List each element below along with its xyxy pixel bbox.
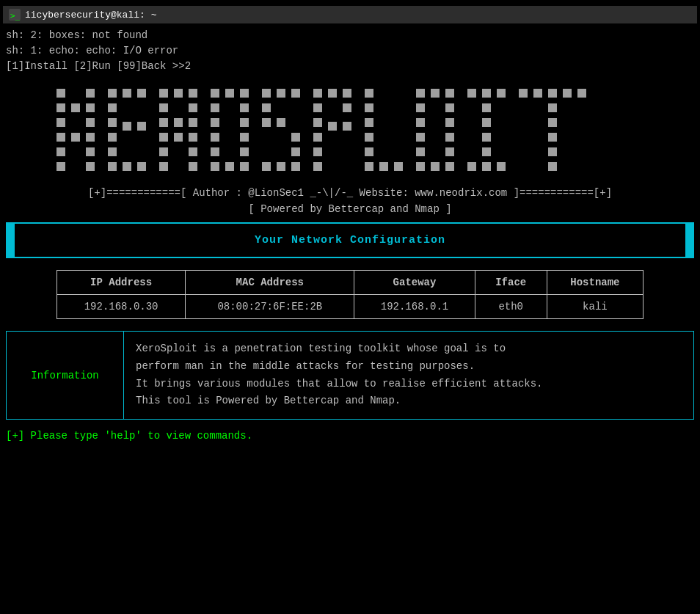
error-section: sh: 2: boxes: not found sh: 1: echo: ech…	[3, 26, 697, 76]
info-line-1: XeroSploit is a penetration testing tool…	[136, 340, 682, 358]
logo-container	[3, 81, 697, 180]
title-label: iicybersecurity@kali: ~	[25, 10, 156, 21]
svg-rect-45	[211, 118, 219, 127]
cell-ip: 192.168.0.30	[57, 295, 186, 319]
svg-rect-111	[519, 89, 528, 98]
svg-rect-114	[563, 89, 572, 98]
svg-rect-55	[225, 162, 234, 171]
svg-rect-112	[533, 89, 542, 98]
svg-rect-10	[86, 89, 95, 98]
svg-rect-49	[225, 89, 234, 98]
svg-rect-9	[71, 133, 80, 142]
svg-rect-34	[174, 89, 183, 98]
svg-rect-117	[548, 118, 557, 127]
svg-rect-86	[394, 162, 403, 171]
svg-rect-12	[86, 133, 95, 142]
svg-rect-97	[445, 147, 454, 156]
svg-rect-3	[56, 103, 65, 112]
svg-rect-48	[211, 162, 219, 171]
svg-rect-103	[497, 89, 506, 98]
svg-rect-92	[416, 118, 425, 127]
svg-rect-105	[482, 118, 491, 127]
network-table-container: IP Address MAC Address Gateway Iface Hos…	[6, 270, 694, 319]
svg-rect-56	[240, 162, 249, 171]
svg-rect-27	[137, 162, 146, 171]
svg-rect-75	[343, 89, 351, 98]
svg-rect-113	[548, 89, 557, 98]
svg-rect-36	[189, 103, 197, 112]
cell-hostname: kali	[547, 295, 643, 319]
cell-iface: eth0	[475, 295, 547, 319]
svg-rect-43	[211, 89, 219, 98]
svg-rect-25	[137, 122, 146, 131]
info-content: XeroSploit is a penetration testing tool…	[124, 332, 693, 419]
svg-rect-80	[365, 103, 373, 112]
svg-rect-5	[56, 133, 65, 142]
svg-rect-74	[328, 89, 337, 98]
svg-rect-78	[343, 122, 351, 131]
svg-rect-83	[365, 147, 373, 156]
svg-rect-35	[189, 89, 197, 98]
error-line-1: sh: 2: boxes: not found	[6, 28, 694, 43]
svg-rect-59	[291, 89, 300, 98]
svg-rect-41	[189, 147, 197, 156]
svg-rect-22	[123, 89, 131, 98]
cell-mac: 08:00:27:6F:EE:2B	[186, 295, 354, 319]
svg-rect-94	[416, 133, 425, 142]
svg-rect-29	[159, 103, 168, 112]
svg-rect-65	[262, 162, 271, 171]
info-line-3: It brings various modules that allow to …	[136, 376, 682, 393]
svg-rect-47	[211, 147, 219, 156]
svg-rect-84	[365, 162, 373, 171]
info-line-4: This tool is Powered by Bettercap and Nm…	[136, 392, 682, 410]
svg-rect-88	[431, 89, 440, 98]
svg-rect-66	[277, 162, 285, 171]
xerdsploit-logo	[49, 81, 651, 177]
svg-rect-95	[445, 133, 454, 142]
info-label: Information	[7, 332, 124, 419]
svg-rect-119	[548, 147, 557, 156]
svg-rect-115	[577, 89, 586, 98]
svg-rect-61	[262, 118, 271, 127]
col-hostname: Hostname	[547, 271, 643, 295]
svg-rect-91	[445, 103, 454, 112]
svg-rect-18	[108, 118, 117, 127]
svg-rect-106	[482, 133, 491, 142]
svg-rect-20	[108, 147, 117, 156]
svg-rect-14	[86, 162, 95, 171]
svg-rect-2	[56, 89, 65, 98]
svg-rect-79	[365, 89, 373, 98]
info-box: Information XeroSploit is a penetration …	[6, 331, 694, 420]
svg-rect-13	[86, 147, 95, 156]
svg-rect-96	[416, 147, 425, 156]
svg-rect-107	[482, 147, 491, 156]
svg-rect-62	[277, 118, 285, 127]
svg-rect-85	[379, 162, 388, 171]
network-config-title: Your Network Configuration	[255, 234, 445, 246]
svg-text:>_: >_	[10, 11, 21, 21]
svg-rect-68	[313, 89, 322, 98]
network-table: IP Address MAC Address Gateway Iface Hos…	[56, 270, 644, 319]
svg-rect-52	[240, 118, 249, 127]
terminal-window: >_ iicybersecurity@kali: ~ sh: 2: boxes:…	[0, 0, 700, 614]
config-left-bar	[6, 222, 15, 258]
svg-rect-31	[159, 133, 168, 142]
svg-rect-32	[159, 147, 168, 156]
svg-rect-101	[467, 89, 476, 98]
cell-gateway: 192.168.0.1	[354, 295, 475, 319]
svg-rect-90	[416, 103, 425, 112]
svg-rect-6	[56, 147, 65, 156]
svg-rect-99	[431, 162, 440, 171]
svg-rect-44	[211, 103, 219, 112]
svg-rect-38	[189, 118, 197, 127]
svg-rect-73	[313, 162, 322, 171]
bottom-prompt: [+] Please type 'help' to view commands.	[3, 427, 697, 445]
info-line-2: perform man in the middle attacks for te…	[136, 358, 682, 376]
network-config-box: Your Network Configuration	[15, 222, 685, 258]
svg-rect-110	[497, 162, 506, 171]
svg-rect-15	[56, 162, 65, 171]
col-iface: Iface	[475, 271, 547, 295]
col-mac: MAC Address	[186, 271, 354, 295]
svg-rect-67	[291, 162, 300, 171]
svg-rect-76	[343, 103, 351, 112]
